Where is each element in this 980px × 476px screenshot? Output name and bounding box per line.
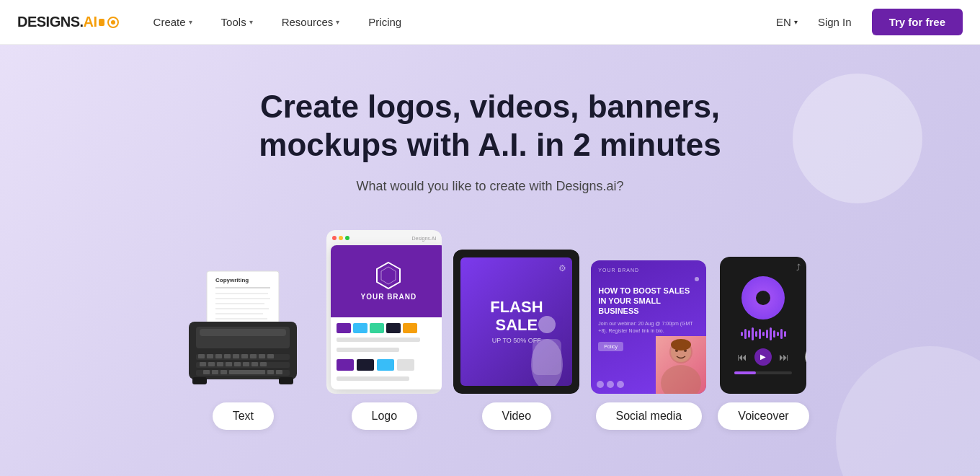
nav-resources[interactable]: Resources ▾: [270, 10, 352, 34]
card-video: ⚙ FLASH SALE UP TO 50% OFF: [453, 250, 579, 430]
hero-section: Create logos, videos, banners, mockups w…: [0, 45, 980, 476]
chevron-down-icon: ▾: [189, 18, 192, 26]
wave-bar: [744, 329, 747, 339]
language-selector[interactable]: EN ▾: [776, 16, 798, 28]
hero-title: Create logos, videos, banners, mockups w…: [195, 88, 785, 164]
nav-create[interactable]: Create ▾: [142, 10, 204, 34]
share-icon: ⤴: [796, 263, 801, 273]
wave-bar: [784, 331, 786, 337]
card-social-button[interactable]: Social media: [596, 402, 703, 430]
video-inner: ⚙ FLASH SALE UP TO 50% OFF: [460, 257, 572, 386]
vinyl-disc: [741, 276, 785, 319]
nav-pricing-label: Pricing: [368, 16, 401, 28]
tablet-device: ⚙ FLASH SALE UP TO 50% OFF: [453, 250, 579, 394]
svg-rect-33: [260, 362, 267, 366]
logo-card-body: [331, 317, 442, 388]
card-text-button[interactable]: Text: [213, 402, 274, 430]
social-circle-2: [607, 381, 614, 388]
svg-rect-35: [203, 370, 210, 374]
swatch-1: [337, 323, 351, 333]
nav-tools[interactable]: Tools ▾: [210, 10, 264, 34]
swatch-2: [353, 323, 368, 333]
wave-bar: [762, 332, 765, 336]
svg-rect-32: [251, 362, 258, 366]
svg-point-2: [111, 20, 115, 25]
navbar: DESIGNS. AI Create ▾ Tools ▾ Resources ▾…: [0, 0, 980, 45]
logo-brand-text: YOUR BRAND: [360, 293, 416, 301]
card-logo-image: Designs.AI YOUR BRAND: [326, 230, 442, 394]
cards-row: Copywriting: [171, 230, 808, 430]
play-button[interactable]: ▶: [754, 348, 772, 366]
wave-bar: [780, 329, 783, 339]
social-person-photo: [656, 336, 706, 394]
svg-rect-23: [259, 354, 265, 358]
earbuds-illustration: [796, 337, 806, 383]
svg-rect-39: [267, 370, 274, 374]
svg-point-45: [538, 316, 556, 333]
swatch-5: [403, 323, 417, 333]
svg-rect-31: [243, 362, 249, 366]
wave-bar: [752, 327, 754, 340]
social-card-preview: YOUR BRAND HOW TO BOOST SALES IN YOUR SM…: [591, 260, 706, 394]
card-voiceover-button[interactable]: Voiceover: [718, 402, 808, 430]
sign-in-label: Sign In: [818, 16, 852, 28]
try-free-label: Try for free: [889, 16, 945, 28]
social-card-desc: Join our webinar: 20 Aug @ 7:00pm (GMT +…: [598, 320, 699, 335]
cta-button-1: Policy: [598, 342, 623, 351]
svg-rect-37: [220, 370, 227, 374]
card-voiceover-image: ⤴: [720, 257, 806, 394]
social-circle-1: [597, 381, 604, 388]
phone-device: ⤴: [720, 257, 806, 394]
chevron-down-icon: ▾: [336, 18, 339, 26]
chevron-down-icon: ▾: [249, 18, 253, 26]
card-social: YOUR BRAND HOW TO BOOST SALES IN YOUR SM…: [591, 260, 706, 430]
person-silhouette: [525, 314, 569, 386]
nav-create-label: Create: [153, 16, 186, 28]
card-text-image: Copywriting: [171, 268, 315, 394]
color-swatches: [337, 323, 440, 333]
wave-bar: [766, 330, 768, 338]
logo[interactable]: DESIGNS. AI: [17, 14, 119, 30]
waveform: [741, 325, 786, 343]
svg-rect-40: [276, 370, 282, 374]
font-line-1: [337, 338, 419, 342]
card-video-button[interactable]: Video: [482, 402, 552, 430]
svg-rect-42: [279, 377, 293, 384]
try-free-button[interactable]: Try for free: [872, 9, 963, 35]
wave-bar: [759, 329, 761, 339]
progress-fill: [734, 371, 756, 374]
svg-rect-0: [99, 19, 104, 26]
style-swatch-1: [337, 359, 354, 371]
card-text: Copywriting: [171, 268, 315, 430]
svg-text:Copywriting: Copywriting: [215, 277, 249, 283]
svg-rect-26: [200, 362, 206, 366]
chevron-down-icon: ▾: [794, 18, 798, 26]
svg-rect-29: [226, 362, 232, 366]
svg-point-54: [802, 339, 806, 370]
social-circles: [597, 381, 624, 388]
style-swatch-4: [397, 359, 414, 371]
card-voiceover-label: Voiceover: [738, 410, 788, 422]
disc-center: [756, 291, 770, 305]
svg-rect-36: [212, 370, 218, 374]
logo-text-designs: DESIGNS.: [17, 14, 84, 30]
logo-icon: [99, 16, 119, 29]
gear-icon: ⚙: [558, 263, 566, 273]
social-brand-text: YOUR BRAND: [598, 268, 699, 273]
social-circle-3: [617, 381, 624, 388]
svg-rect-20: [233, 354, 239, 358]
voiceover-wrapper: ⤴: [720, 257, 806, 394]
svg-rect-24: [267, 354, 274, 358]
card-social-image: YOUR BRAND HOW TO BOOST SALES IN YOUR SM…: [591, 260, 706, 394]
card-logo-button[interactable]: Logo: [352, 402, 418, 430]
svg-rect-17: [207, 354, 213, 358]
sign-in-button[interactable]: Sign In: [809, 12, 860, 32]
playback-controls: ⏮ ▶ ⏭: [737, 348, 789, 366]
nav-pricing[interactable]: Pricing: [357, 10, 413, 34]
swatch-4: [386, 323, 401, 333]
svg-rect-18: [215, 354, 222, 358]
logo-card-preview: YOUR BRAND: [331, 245, 442, 389]
nav-tools-label: Tools: [221, 16, 246, 28]
card-text-label: Text: [233, 410, 254, 422]
language-label: EN: [776, 16, 791, 28]
